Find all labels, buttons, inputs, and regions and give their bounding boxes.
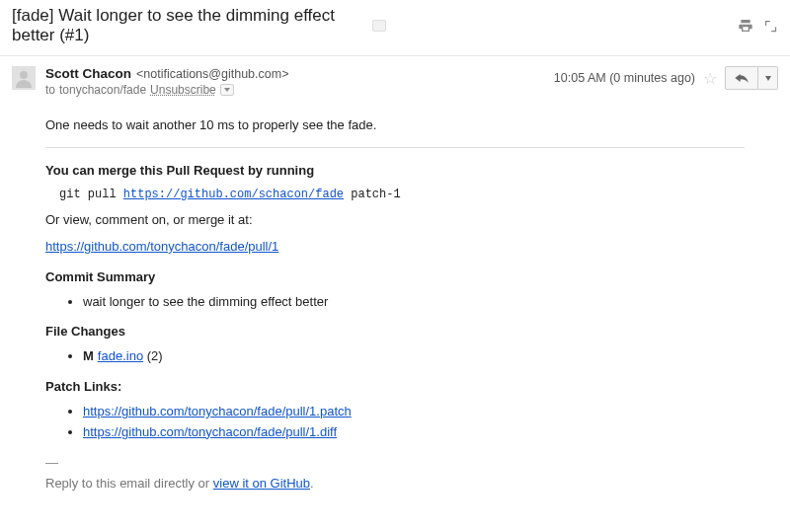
message-header: Scott Chacon <notifications@github.com> … bbox=[0, 56, 790, 107]
diff-link[interactable]: https://github.com/tonychacon/fade/pull/… bbox=[83, 424, 337, 439]
label-chip-icon[interactable] bbox=[372, 20, 386, 32]
view-on-github-link[interactable]: view it on GitHub bbox=[213, 476, 310, 491]
to-label: to bbox=[45, 83, 55, 97]
print-icon[interactable] bbox=[738, 18, 753, 34]
expand-icon[interactable] bbox=[763, 18, 778, 34]
signature-dash: — bbox=[45, 454, 745, 473]
file-change-item: Mfade.ino (2) bbox=[83, 347, 745, 366]
file-changes-heading: File Changes bbox=[45, 323, 745, 342]
timestamp: 10:05 AM (0 minutes ago) bbox=[554, 71, 695, 85]
cmd-prefix: git pull bbox=[59, 188, 123, 201]
cmd-suffix: patch-1 bbox=[344, 188, 401, 201]
to-recipient: tonychacon/fade bbox=[59, 83, 146, 97]
file-change-count: (2) bbox=[143, 348, 163, 363]
email-body: One needs to wait another 10 ms to prope… bbox=[0, 107, 790, 506]
patch-links-heading: Patch Links: bbox=[45, 378, 745, 397]
pull-request-link[interactable]: https://github.com/tonychacon/fade/pull/… bbox=[45, 239, 278, 254]
unsubscribe-link[interactable]: Unsubscribe bbox=[150, 83, 216, 97]
separator bbox=[45, 147, 745, 148]
commit-item: wait longer to see the dimming effect be… bbox=[83, 293, 745, 312]
file-link[interactable]: fade.ino bbox=[98, 348, 143, 363]
cmd-repo-link[interactable]: https://github.com/schacon/fade bbox=[123, 188, 344, 201]
star-icon[interactable]: ☆ bbox=[703, 69, 717, 88]
sender-name: Scott Chacon bbox=[45, 66, 131, 81]
intro-text: One needs to wait another 10 ms to prope… bbox=[45, 116, 745, 135]
patch-link[interactable]: https://github.com/tonychacon/fade/pull/… bbox=[83, 404, 352, 418]
details-dropdown-icon[interactable] bbox=[220, 84, 234, 96]
footer-suffix: . bbox=[310, 476, 314, 491]
footer-line: Reply to this email directly or view it … bbox=[45, 475, 745, 494]
list-item: https://github.com/tonychacon/fade/pull/… bbox=[83, 403, 745, 421]
sender-email: <notifications@github.com> bbox=[136, 67, 288, 81]
reply-button[interactable] bbox=[725, 66, 758, 90]
commit-summary-heading: Commit Summary bbox=[45, 268, 745, 287]
git-command: git pull https://github.com/schacon/fade… bbox=[59, 187, 745, 203]
email-subject: [fade] Wait longer to see the dimming ef… bbox=[12, 6, 364, 45]
svg-point-1 bbox=[20, 71, 28, 79]
or-view-text: Or view, comment on, or merge it at: bbox=[45, 211, 745, 230]
more-actions-dropdown[interactable] bbox=[758, 66, 778, 90]
footer-prefix: Reply to this email directly or bbox=[45, 476, 213, 491]
sender-avatar bbox=[12, 66, 36, 90]
subject-bar: [fade] Wait longer to see the dimming ef… bbox=[0, 0, 790, 56]
merge-heading: You can merge this Pull Request by runni… bbox=[45, 162, 745, 181]
file-status-letter: M bbox=[83, 348, 94, 363]
list-item: https://github.com/tonychacon/fade/pull/… bbox=[83, 423, 745, 442]
